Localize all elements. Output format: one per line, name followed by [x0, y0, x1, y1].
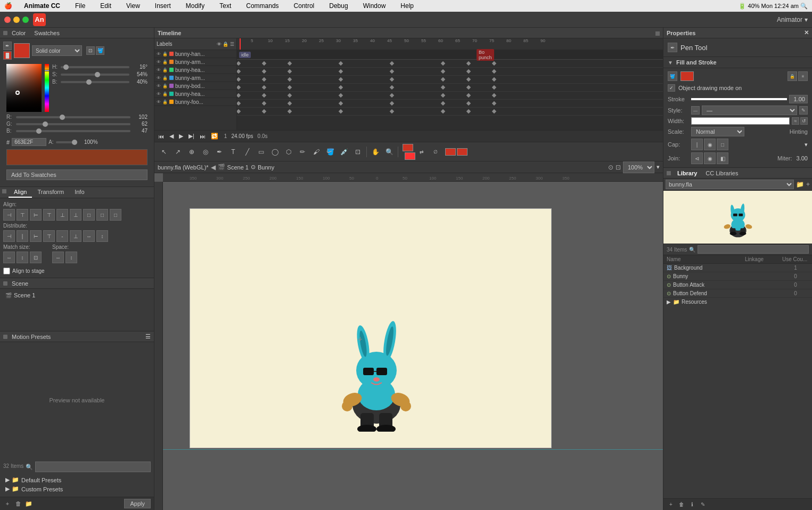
scale-select[interactable]: Normal Horizontal Vertical None [691, 127, 744, 136]
window-controls[interactable] [4, 17, 29, 23]
library-item-button-defend[interactable]: ⊙ Button Defend 0 [663, 289, 812, 298]
timeline-playhead[interactable] [240, 38, 241, 50]
paint-bucket-button[interactable]: 🪣 [324, 145, 337, 158]
timeline-layer-0[interactable]: 👁🔒bunny-han... [154, 50, 236, 58]
keyframe[interactable] [237, 85, 241, 90]
keyframe[interactable] [492, 77, 496, 82]
rect-tool-button[interactable]: ▭ [255, 145, 267, 158]
commands-menu[interactable]: Commands [243, 1, 282, 11]
layer-lock-icon[interactable]: 🔒 [162, 84, 168, 88]
window-menu[interactable]: Window [360, 1, 389, 11]
library-file-select[interactable]: bunny.fla [666, 180, 794, 189]
library-panel-close[interactable] [667, 171, 671, 175]
timeline-layer-3[interactable]: 👁🔒bunny-arm... [154, 74, 236, 82]
motion-new-button[interactable]: + [3, 499, 12, 508]
view-menu[interactable]: View [123, 1, 143, 11]
play-button[interactable]: ▶ [177, 132, 185, 140]
layer-visibility-icon[interactable]: 👁 [157, 76, 161, 80]
motion-remove-button[interactable]: 🗑 [14, 499, 22, 508]
keyframe[interactable] [339, 69, 343, 74]
fill-icon[interactable]: █ [3, 51, 12, 60]
custom-presets-folder[interactable]: ▶ 📁 Custom Presets [3, 484, 151, 493]
keyframe[interactable] [339, 61, 343, 66]
distribute-center-h-button[interactable]: | [17, 230, 28, 242]
motion-panel-close[interactable] [3, 335, 7, 339]
keyframe[interactable] [339, 93, 343, 98]
keyframe[interactable] [237, 109, 241, 114]
subselect-tool-button[interactable]: ↗ [171, 145, 184, 158]
align-top-button[interactable]: ⊤ [43, 209, 55, 221]
cap-square-button[interactable]: □ [717, 139, 728, 150]
keyframe[interactable] [492, 85, 496, 90]
add-to-swatches-button[interactable]: Add To Swatches [6, 169, 147, 180]
match-height-button[interactable]: ↕ [17, 252, 28, 263]
fill-color-preview[interactable] [680, 71, 694, 81]
stage-fullscreen-icon[interactable]: ⊡ [616, 164, 621, 171]
keyframe[interactable] [492, 101, 496, 106]
align-bottom-button[interactable]: ⊥ [70, 209, 81, 221]
scene-item[interactable]: 🎬 Scene 1 [3, 291, 151, 299]
align-right-button[interactable]: ⊢ [30, 209, 42, 221]
stroke-value-input[interactable] [789, 95, 808, 103]
close-window-button[interactable] [4, 17, 11, 23]
loop-button[interactable]: 🔁 [209, 132, 220, 140]
first-frame-button[interactable]: ⏮ [157, 133, 166, 140]
stage-canvas[interactable] [163, 182, 663, 510]
keyframe[interactable] [288, 61, 292, 66]
keyframe[interactable] [466, 69, 471, 74]
swap-colors-button[interactable]: ⇄ [415, 145, 428, 158]
keyframe[interactable] [237, 93, 241, 98]
library-folder-resources[interactable]: ▶ 📁 Resources [663, 298, 812, 306]
keyframe[interactable] [339, 77, 343, 82]
layer-lock-icon[interactable]: 🔒 [162, 76, 168, 80]
keyframe[interactable] [390, 69, 394, 74]
align-center-h-button[interactable]: ⊤ [17, 209, 28, 221]
lib-new-folder-button[interactable]: 📁 [796, 181, 804, 188]
scene-panel-close[interactable] [3, 281, 7, 286]
hex-input[interactable] [12, 138, 46, 146]
keyframe[interactable] [441, 69, 445, 74]
hue-input[interactable] [61, 65, 129, 69]
oval-tool-button[interactable]: ◯ [268, 145, 281, 158]
width-reset-button[interactable]: ↺ [800, 117, 808, 125]
keyframe[interactable] [339, 109, 343, 114]
name-column-header[interactable]: Name [667, 256, 745, 262]
zoom-select[interactable]: 100% 50% 200% [623, 161, 654, 173]
hand-tool-button[interactable]: ✋ [369, 145, 382, 158]
line-tool-button[interactable]: ╱ [241, 145, 253, 158]
help-menu[interactable]: Help [397, 1, 417, 11]
brush-tool-button[interactable]: 🖌 [310, 145, 323, 158]
align-to-stage-row[interactable]: Align to stage [3, 268, 151, 274]
next-frame-button[interactable]: ▶| [187, 132, 196, 140]
hue-slider[interactable] [45, 64, 49, 112]
stage-options-icon[interactable]: ⊙ [608, 164, 613, 171]
char-name-bread[interactable]: Bunny [258, 164, 274, 171]
r-slider[interactable] [16, 116, 130, 119]
keyframe[interactable] [390, 109, 394, 114]
cap-dropdown[interactable]: ▾ [805, 141, 808, 148]
keyframe[interactable] [262, 109, 266, 114]
active-stroke-color[interactable] [445, 148, 456, 156]
debug-menu[interactable]: Debug [326, 1, 351, 11]
align-left-button[interactable]: ⊣ [3, 209, 15, 221]
keyframe[interactable] [390, 93, 394, 98]
maximize-window-button[interactable] [22, 17, 29, 23]
fill-color-swatch[interactable] [405, 152, 415, 160]
lib-edit-button[interactable]: ✎ [699, 500, 707, 509]
insert-menu[interactable]: Insert [152, 1, 174, 11]
active-fill-color[interactable] [457, 148, 467, 156]
library-item-background[interactable]: 🖼 Background 1 [663, 264, 812, 272]
distribute-left-button[interactable]: ⊣ [3, 230, 15, 242]
layer-visibility-icon[interactable]: 👁 [157, 84, 161, 88]
layer-visibility-icon[interactable]: 👁 [157, 100, 161, 104]
timeline-layer-1[interactable]: 👁🔒bunny-arm... [154, 58, 236, 66]
layer-visibility-icon[interactable]: 👁 [157, 92, 161, 96]
fill-stroke-expand-icon[interactable]: ▼ [668, 60, 673, 66]
keyframe[interactable] [288, 77, 292, 82]
timeline-layer-2[interactable]: 👁🔒bunny-hea... [154, 66, 236, 74]
keyframe[interactable] [492, 109, 496, 114]
layer-visibility-icon[interactable]: 👁 [157, 60, 161, 64]
breadcrumb-nav-back[interactable]: ◀ [211, 164, 216, 171]
library-item-bunny[interactable]: ⊙ Bunny 0 [663, 272, 812, 281]
lasso-tool-button[interactable]: ◎ [199, 145, 212, 158]
